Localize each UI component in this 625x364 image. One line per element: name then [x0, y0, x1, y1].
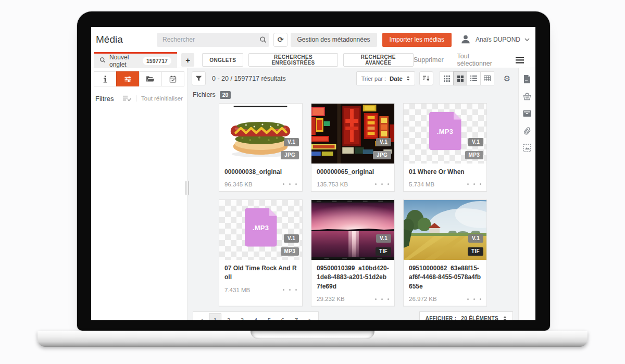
thumbnail-sunset[interactable]: V.1 TIF [311, 200, 394, 260]
delete-link[interactable]: Supprimer [414, 56, 444, 64]
card-actions-menu[interactable] [283, 287, 297, 292]
page-button-3[interactable]: 3 [236, 313, 248, 320]
page-button-5[interactable]: 5 [263, 313, 276, 320]
card-actions-menu[interactable] [467, 297, 481, 302]
card-info: 09510000062_63e88f15-af6f-4468-8455-0578… [404, 260, 486, 306]
funnel-icon [195, 75, 202, 82]
media-title[interactable]: 09500010399_a10bd420-1de8-4883-a201-51d2… [317, 264, 389, 291]
laptop-frame: Média ⟳ Gestion des métadonnées Importer… [0, 0, 625, 364]
media-card[interactable]: V.1 JPG 000000038_original 96.345 KB [219, 103, 303, 192]
basket-panel-button[interactable] [522, 92, 532, 101]
refresh-button[interactable]: ⟳ [273, 33, 288, 47]
mp3-file-icon: .MP3 [429, 112, 461, 150]
user-menu[interactable]: Anaïs DUPOND [460, 33, 530, 46]
paperclip-icon [522, 125, 533, 136]
view-grid-small-button[interactable] [440, 71, 454, 85]
view-table-button[interactable] [480, 71, 494, 85]
thumbnail-mp3-file[interactable]: .MP3 V.1 MP3 [404, 104, 486, 164]
view-grid-large-button[interactable] [453, 71, 467, 85]
app-window: Média ⟳ Gestion des métadonnées Importer… [91, 27, 535, 320]
basket-icon [523, 93, 531, 101]
media-card[interactable]: V.1 TIF 09510000062_63e88f15-af6f-4468-8… [403, 199, 487, 306]
advanced-search-button[interactable]: RECHERCHE AVANCÉE [343, 53, 414, 67]
filter-panel-tabs [94, 71, 184, 86]
version-badge: V.1 [376, 234, 391, 243]
thumbnail-neon-signs[interactable]: V.1 JPG [311, 104, 394, 164]
mp3-file-icon: .MP3 [245, 208, 277, 247]
grid-small-icon [444, 76, 450, 82]
items-per-page-value: 20 ÉLÉMENTS [461, 316, 498, 320]
card-actions-menu[interactable] [283, 182, 297, 186]
search-icon[interactable] [257, 36, 269, 43]
tab-calendar[interactable] [161, 71, 184, 86]
table-view-icon [484, 76, 491, 81]
page-button-4[interactable]: 4 [249, 313, 262, 320]
global-search[interactable] [157, 33, 269, 47]
page-button-2[interactable]: 2 [222, 313, 235, 320]
page-button-6[interactable]: 6 [277, 313, 289, 320]
media-title[interactable]: 01 Where Or When [409, 168, 481, 177]
media-card[interactable]: V.1 TIF 09500010399_a10bd420-1de8-4883-a… [311, 199, 395, 306]
tab-info[interactable] [94, 71, 117, 86]
media-card[interactable]: .MP3 V.1 MP3 07 Old Time Rock And Roll 7… [219, 199, 303, 306]
version-badge: V.1 [468, 138, 483, 146]
previous-page-button[interactable]: < [195, 313, 208, 320]
version-badge: V.1 [284, 138, 299, 146]
card-actions-menu[interactable] [375, 182, 389, 186]
media-title[interactable]: 07 Old Time Rock And Roll [224, 264, 297, 282]
sort-by-select[interactable]: Trier par : Date [356, 71, 415, 85]
next-page-button[interactable]: > [304, 313, 316, 320]
laptop-bezel: Média ⟳ Gestion des métadonnées Importer… [77, 11, 550, 331]
file-size: 29.232 KB [317, 296, 345, 302]
pagination: < 1 2 3 4 5 6 7 > [193, 311, 319, 320]
calendar-check-icon [169, 76, 177, 83]
sort-direction-button[interactable] [419, 71, 433, 85]
tab-nouvel-onglet[interactable]: Nouvel onglet 1597717 [94, 52, 177, 68]
tab-folders[interactable] [139, 71, 162, 86]
reset-all-label: Tout réinitialiser [136, 95, 183, 102]
search-input[interactable] [157, 36, 257, 43]
media-card[interactable]: V.1 JPG 000000065_original 135.753 KB [311, 103, 395, 192]
file-size: 26.972 KB [409, 296, 437, 302]
reset-all-filters[interactable]: Tout réinitialiser [122, 95, 183, 103]
select-all-link[interactable]: Tout sélectionner [457, 53, 501, 67]
items-per-page-select[interactable]: AFFICHER : 20 ÉLÉMENTS [419, 311, 513, 320]
document-panel-button[interactable] [522, 74, 532, 84]
archive-panel-button[interactable] [522, 109, 532, 118]
stamp-panel-button[interactable] [522, 143, 532, 153]
sort-by-value: Date [390, 76, 403, 82]
card-info: 07 Old Time Rock And Roll 7.431 MB [219, 260, 302, 297]
thumbnail-farm[interactable]: V.1 TIF [404, 200, 486, 260]
grid-large-icon [457, 76, 464, 82]
media-title[interactable]: 09510000062_63e88f15-af6f-4468-8455-0578… [409, 264, 481, 291]
view-list-button[interactable] [467, 71, 481, 85]
format-badge: TIF [376, 247, 391, 256]
grid-footer: < 1 2 3 4 5 6 7 > AFFICHER : 20 ÉL [193, 311, 513, 320]
settings-button[interactable]: ⚙ [500, 71, 514, 85]
media-title[interactable]: 000000065_original [317, 168, 389, 177]
saved-searches-button[interactable]: RECHERCHES ENREGISTRÉES [248, 53, 338, 67]
media-title[interactable]: 000000038_original [224, 168, 297, 177]
tab-filters[interactable] [116, 71, 139, 86]
thumbnail-hotdog[interactable]: V.1 JPG [219, 104, 302, 164]
media-card[interactable]: .MP3 V.1 MP3 01 Where Or When 5.734 MB [403, 103, 487, 192]
document-icon [523, 75, 531, 83]
thumbnail-mp3-file[interactable]: .MP3 V.1 MP3 [219, 200, 302, 260]
card-actions-menu[interactable] [467, 182, 481, 186]
page-button-1[interactable]: 1 [209, 313, 221, 320]
page-title: Média [96, 34, 157, 45]
hamburger-menu-icon[interactable] [516, 57, 524, 64]
panel-resize-handle[interactable] [185, 181, 189, 195]
page-button-7[interactable]: 7 [290, 313, 303, 320]
add-tab-button[interactable]: + [181, 53, 194, 67]
attachments-panel-button[interactable] [522, 126, 532, 135]
filter-toggle-button[interactable] [192, 71, 206, 85]
import-media-button[interactable]: Importer les médias [382, 33, 452, 47]
format-badge: TIF [468, 247, 483, 256]
mp3-file-label: .MP3 [253, 223, 269, 231]
filters-panel: Filtres Tout réinitialiser [91, 68, 188, 320]
tab-label: Nouvel onglet [109, 54, 139, 68]
card-actions-menu[interactable] [375, 297, 389, 302]
tabs-list-button[interactable]: ONGLETS [202, 53, 243, 67]
metadata-management-button[interactable]: Gestion des métadonnées [291, 33, 377, 47]
